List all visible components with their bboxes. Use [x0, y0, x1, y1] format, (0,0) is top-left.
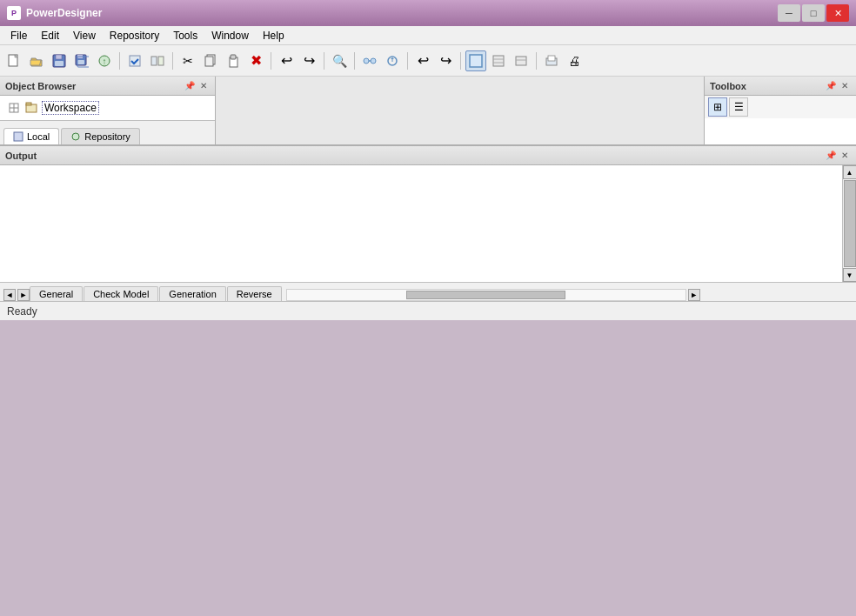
tab-check-model[interactable]: Check Model — [84, 286, 158, 301]
svg-rect-11 — [151, 57, 157, 65]
redo2-button[interactable]: ↪ — [435, 50, 456, 71]
workspace-item[interactable]: Workspace — [3, 99, 211, 117]
menu-file[interactable]: File — [3, 28, 34, 44]
toolbox-pin-button[interactable]: 📌 — [825, 80, 837, 92]
output-vscrollbar[interactable]: ▲ ▼ — [842, 165, 856, 282]
tab-generation[interactable]: Generation — [159, 286, 225, 301]
tab-local[interactable]: Local — [3, 128, 59, 144]
menu-help[interactable]: Help — [256, 28, 291, 44]
toolbox-title: Toolbox — [710, 81, 746, 91]
new-button[interactable] — [3, 50, 24, 71]
output-tabs: General Check Model Generation Reverse — [30, 286, 283, 301]
compare-button[interactable] — [147, 50, 168, 71]
svg-point-17 — [364, 58, 369, 64]
open-button[interactable] — [26, 50, 47, 71]
paste-button[interactable] — [223, 50, 244, 71]
entity-view-button[interactable] — [511, 50, 532, 71]
redo-button[interactable]: ↪ — [298, 50, 319, 71]
menu-edit[interactable]: Edit — [34, 28, 66, 44]
toolbar-separator-6 — [407, 52, 408, 70]
toolbox-header: Toolbox 📌 ✕ — [705, 77, 856, 96]
scroll-down-button[interactable]: ▼ — [843, 268, 857, 282]
toolbox-grid-view[interactable]: ⊞ — [708, 97, 727, 117]
print-button[interactable]: 🖨 — [564, 50, 585, 71]
save-button[interactable] — [49, 50, 70, 71]
menu-view[interactable]: View — [66, 28, 103, 44]
hscroll-track[interactable] — [286, 289, 686, 301]
check-button[interactable] — [124, 50, 145, 71]
workspace-icon — [24, 101, 38, 115]
output-pin-button[interactable]: 📌 — [825, 150, 837, 162]
svg-rect-2 — [56, 55, 62, 59]
menu-window[interactable]: Window — [204, 28, 256, 44]
toolbox-panel: Toolbox 📌 ✕ ⊞ ☰ — [704, 77, 856, 144]
object-browser-title: Object Browser — [5, 81, 76, 91]
object-browser-header: Object Browser 📌 ✕ — [0, 77, 215, 96]
output-tabs-bar: ◄ ► General Check Model Generation Rever… — [0, 282, 856, 301]
output-close-button[interactable]: ✕ — [839, 150, 851, 162]
scroll-left-btn[interactable]: ◄ — [3, 289, 16, 301]
copy-button[interactable] — [200, 50, 221, 71]
toolbar-separator-3 — [271, 52, 271, 70]
tab-repository[interactable]: Repository — [61, 128, 140, 144]
toolbox-list-view[interactable]: ☰ — [729, 97, 748, 117]
svg-rect-33 — [26, 103, 31, 105]
svg-rect-14 — [205, 57, 213, 66]
delete-button[interactable]: ✖ — [245, 50, 266, 71]
maximize-button[interactable]: □ — [802, 4, 825, 22]
scroll-right-btn[interactable]: ► — [17, 289, 30, 301]
app-title: PowerDesigner — [26, 7, 102, 19]
output-content[interactable]: ▲ ▼ — [0, 165, 856, 282]
output-panel: Output 📌 ✕ ▲ ▼ ◄ ► General Check Model G… — [0, 144, 856, 301]
scroll-thumb[interactable] — [844, 180, 856, 267]
print-preview-button[interactable] — [541, 50, 562, 71]
canvas-area[interactable] — [216, 77, 704, 144]
toolbar-separator-5 — [354, 52, 355, 70]
svg-rect-10 — [130, 56, 140, 66]
menu-repository[interactable]: Repository — [103, 28, 166, 44]
app-icon: P — [7, 6, 21, 20]
output-header: Output 📌 ✕ — [0, 146, 856, 165]
toolbar-separator-4 — [324, 52, 324, 70]
tab-reverse[interactable]: Reverse — [227, 286, 282, 301]
repo-connect-button[interactable] — [359, 50, 380, 71]
toolbar: ↑ ✂ ✖ ↩ ↪ 🔍 ↩ ↪ 🖨 — [0, 45, 856, 77]
find-button[interactable]: 🔍 — [329, 50, 350, 71]
hscroll-thumb[interactable] — [406, 291, 565, 299]
tab-general[interactable]: General — [30, 286, 83, 301]
close-button[interactable]: ✕ — [826, 4, 849, 22]
toolbox-close-button[interactable]: ✕ — [839, 80, 851, 92]
list-view-button[interactable] — [488, 50, 509, 71]
undo2-button[interactable]: ↩ — [412, 50, 433, 71]
diagram-view-button[interactable] — [465, 50, 486, 71]
workspace-label: Workspace — [42, 101, 99, 115]
cut-button[interactable]: ✂ — [177, 50, 198, 71]
title-bar: P PowerDesigner ─ □ ✕ — [0, 0, 856, 26]
workspace-expand-icon[interactable] — [7, 101, 21, 115]
close-panel-button[interactable]: ✕ — [197, 80, 210, 92]
toolbar-separator-8 — [536, 52, 537, 70]
svg-rect-6 — [77, 60, 84, 64]
svg-rect-16 — [231, 55, 236, 59]
toolbar-separator-1 — [119, 52, 120, 70]
toolbox-content — [705, 118, 856, 144]
repo-update-button[interactable] — [382, 50, 403, 71]
svg-rect-28 — [548, 56, 555, 61]
save-all-button[interactable] — [71, 50, 92, 71]
menu-tools[interactable]: Tools — [166, 28, 204, 44]
toolbar-separator-7 — [460, 52, 461, 70]
undo-button[interactable]: ↩ — [276, 50, 297, 71]
output-title: Output — [5, 151, 37, 161]
main-area: Object Browser 📌 ✕ Workspace Local — [0, 77, 856, 144]
horizontal-scrollbar[interactable]: ► — [286, 289, 853, 301]
pin-button[interactable]: 📌 — [184, 80, 196, 92]
object-browser-content[interactable]: Workspace — [0, 96, 215, 120]
svg-point-35 — [72, 133, 79, 140]
scroll-up-button[interactable]: ▲ — [843, 165, 857, 179]
output-nav-arrows: ◄ ► — [3, 289, 30, 301]
hscroll-right-btn[interactable]: ► — [688, 289, 700, 301]
minimize-button[interactable]: ─ — [778, 4, 800, 22]
svg-rect-21 — [470, 55, 482, 67]
svg-point-18 — [371, 58, 376, 64]
update-button[interactable]: ↑ — [94, 50, 115, 71]
